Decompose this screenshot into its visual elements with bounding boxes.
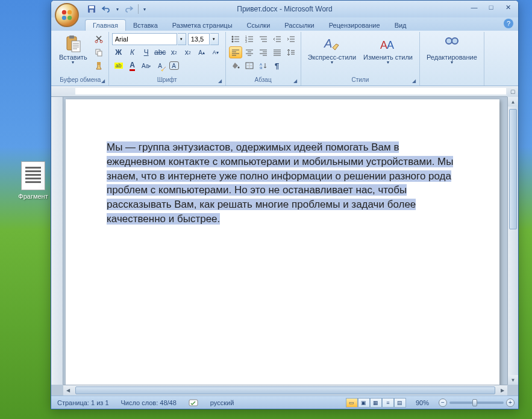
- svg-rect-6: [90, 10, 93, 13]
- tab-insert[interactable]: Вставка: [126, 20, 165, 31]
- status-zoom-level[interactable]: 90%: [413, 399, 431, 406]
- titlebar[interactable]: ▾ ▾ Привет.docx - Microsoft Word — □ ✕: [51, 1, 518, 17]
- status-language[interactable]: русский: [208, 399, 236, 406]
- strike-button[interactable]: abc: [154, 46, 167, 58]
- view-draft[interactable]: ▤: [394, 398, 406, 408]
- font-size-input[interactable]: [188, 33, 210, 45]
- view-print-layout[interactable]: ▭: [346, 398, 358, 408]
- align-right-button[interactable]: [257, 46, 270, 58]
- quick-styles-button[interactable]: A Экспресс-стили ▾: [304, 33, 360, 66]
- align-center-button[interactable]: [243, 46, 256, 58]
- zoom-thumb[interactable]: [472, 399, 477, 406]
- bullets-button[interactable]: [229, 33, 242, 45]
- font-color-button[interactable]: A: [126, 60, 139, 72]
- tab-view[interactable]: Вид: [387, 20, 414, 31]
- qat-undo-dropdown[interactable]: ▾: [114, 3, 121, 15]
- page-viewport[interactable]: Мы — группа энтузиастов, одержимых идеей…: [63, 97, 507, 385]
- align-left-button[interactable]: [229, 46, 242, 58]
- qat-customize-dropdown[interactable]: ▾: [141, 3, 148, 15]
- subscript-button[interactable]: x2: [167, 46, 181, 58]
- cut-button[interactable]: [92, 33, 105, 45]
- zoom-out-button[interactable]: −: [439, 399, 447, 407]
- status-word-count[interactable]: Число слов: 48/48: [119, 399, 179, 406]
- dropdown-icon: ▾: [451, 60, 453, 65]
- paste-button[interactable]: Вставить ▾: [55, 33, 91, 76]
- horizontal-ruler[interactable]: [51, 86, 518, 97]
- horizontal-scrollbar[interactable]: ◀ ▶: [63, 385, 507, 396]
- svg-point-21: [237, 67, 239, 69]
- scroll-right-button[interactable]: ▶: [498, 385, 507, 396]
- multilevel-button[interactable]: [257, 33, 270, 45]
- vertical-ruler[interactable]: [51, 97, 63, 385]
- scroll-left-button[interactable]: ◀: [63, 385, 73, 396]
- paragraph-launcher[interactable]: ◢: [292, 78, 299, 85]
- editing-button[interactable]: Редактирование ▾: [423, 33, 481, 66]
- view-web-layout[interactable]: ▦: [370, 398, 382, 408]
- show-marks-button[interactable]: ¶: [271, 60, 284, 72]
- strike-icon: abc: [154, 48, 166, 57]
- align-justify-button[interactable]: [271, 46, 284, 58]
- vertical-scrollbar[interactable]: ▲ ▼: [507, 97, 518, 385]
- maximize-button[interactable]: □: [483, 2, 499, 13]
- change-case-button[interactable]: Aa▾: [140, 60, 153, 72]
- dropdown-icon: ▾: [331, 60, 333, 65]
- view-full-screen[interactable]: ▣: [358, 398, 370, 408]
- status-page[interactable]: Страница: 1 из 1: [55, 399, 111, 406]
- border-button[interactable]: [243, 60, 256, 72]
- document-page[interactable]: Мы — группа энтузиастов, одержимых идеей…: [66, 99, 499, 385]
- tab-review[interactable]: Рецензирование: [322, 20, 387, 31]
- ruler-toggle-button[interactable]: ▢: [507, 86, 518, 97]
- sort-button[interactable]: AЯ: [257, 60, 270, 72]
- qat-undo-button[interactable]: [99, 3, 113, 15]
- shading-button[interactable]: [229, 60, 242, 72]
- numbering-icon: 123: [245, 36, 254, 43]
- italic-button[interactable]: К: [126, 46, 139, 58]
- superscript-button[interactable]: x2: [181, 46, 195, 58]
- svg-text:Я: Я: [260, 66, 262, 69]
- font-name-dropdown[interactable]: ▾: [178, 33, 186, 45]
- line-spacing-button[interactable]: [284, 46, 298, 58]
- numbering-button[interactable]: 123: [243, 33, 256, 45]
- zoom-track[interactable]: [449, 402, 504, 404]
- highlight-button[interactable]: ab: [112, 60, 125, 72]
- clipboard-launcher[interactable]: ◢: [99, 78, 107, 85]
- qat-redo-button[interactable]: [122, 3, 136, 15]
- indent-inc-button[interactable]: [284, 33, 298, 45]
- scroll-down-button[interactable]: ▼: [508, 375, 518, 385]
- scroll-thumb-h[interactable]: [75, 386, 495, 394]
- minimize-button[interactable]: —: [466, 2, 482, 13]
- underline-button[interactable]: Ч: [140, 46, 153, 58]
- styles-launcher[interactable]: ◢: [410, 78, 418, 85]
- clear-format-button[interactable]: A🧹: [154, 60, 167, 72]
- font-name-input[interactable]: [112, 33, 177, 45]
- desktop-background: Фрагмент ▾ ▾: [0, 0, 532, 419]
- tab-mailings[interactable]: Рассылки: [277, 20, 321, 31]
- redo-icon: [125, 5, 133, 13]
- format-painter-button[interactable]: [92, 60, 105, 72]
- char-border-button[interactable]: A: [169, 61, 179, 70]
- tab-references[interactable]: Ссылки: [240, 20, 278, 31]
- view-outline[interactable]: ≡: [382, 398, 394, 408]
- font-size-dropdown[interactable]: ▾: [210, 33, 219, 45]
- help-button[interactable]: ?: [504, 19, 513, 28]
- desktop-shortcut[interactable]: Фрагмент: [15, 161, 51, 200]
- scroll-up-button[interactable]: ▲: [508, 97, 518, 107]
- zoom-in-button[interactable]: +: [506, 399, 515, 407]
- indent-dec-button[interactable]: [271, 33, 284, 45]
- scroll-thumb-v[interactable]: [509, 109, 517, 229]
- copy-button[interactable]: [92, 46, 105, 58]
- tab-home[interactable]: Главная: [85, 19, 126, 31]
- font-launcher[interactable]: ◢: [216, 78, 224, 85]
- office-button[interactable]: [55, 3, 79, 27]
- bold-button[interactable]: Ж: [112, 46, 125, 58]
- status-spellcheck[interactable]: [186, 399, 201, 407]
- group-font: ▾ ▾ Ж К Ч abc x2 x2 A▴ A▾: [109, 32, 226, 85]
- document-body[interactable]: Мы — группа энтузиастов, одержимых идеей…: [107, 140, 458, 226]
- grow-font-button[interactable]: A▴: [195, 46, 208, 58]
- change-styles-button[interactable]: AA Изменить стили ▾: [360, 33, 416, 66]
- shrink-font-button[interactable]: A▾: [209, 46, 222, 58]
- close-button[interactable]: ✕: [500, 2, 516, 13]
- qat-save-button[interactable]: [85, 3, 98, 15]
- svg-rect-14: [97, 62, 101, 65]
- tab-page-layout[interactable]: Разметка страницы: [165, 20, 240, 31]
